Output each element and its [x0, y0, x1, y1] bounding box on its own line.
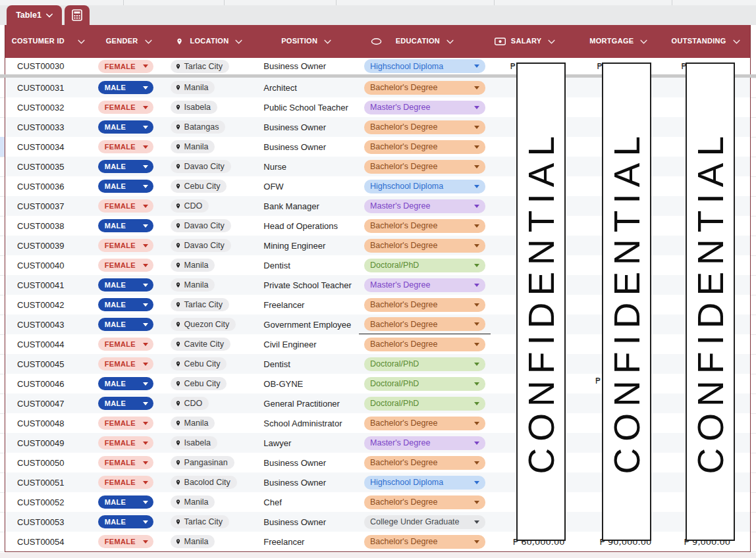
- education-dropdown[interactable]: Bachelor's Degree: [364, 81, 485, 95]
- gender-dropdown[interactable]: FEMALE: [98, 417, 153, 430]
- cell-position[interactable]: Nurse: [254, 157, 359, 176]
- education-dropdown[interactable]: Master's Degree: [364, 278, 485, 292]
- cell-customer-id[interactable]: CUST00042: [5, 295, 93, 315]
- confidential-overlay-outstanding[interactable]: CONFIDENTIAL: [686, 63, 735, 541]
- cell-customer-id[interactable]: CUST00041: [5, 275, 93, 295]
- location-tag[interactable]: Manila: [171, 81, 215, 94]
- location-tag[interactable]: Cavite City: [171, 338, 230, 351]
- cell-position[interactable]: Chef: [254, 492, 359, 512]
- education-dropdown[interactable]: Bachelor's Degree: [364, 495, 485, 509]
- cell-customer-id[interactable]: CUST00032: [5, 97, 93, 117]
- location-tag[interactable]: Davao City: [171, 219, 231, 232]
- cell-customer-id[interactable]: CUST00036: [5, 176, 93, 196]
- education-dropdown[interactable]: Bachelor's Degree: [364, 338, 485, 351]
- cell-position[interactable]: Lawyer: [254, 433, 359, 453]
- location-tag[interactable]: Tarlac City: [171, 298, 229, 311]
- cell-position[interactable]: Government Employee: [254, 315, 359, 334]
- confidential-overlay-salary[interactable]: CONFIDENTIAL: [516, 63, 566, 541]
- cell-customer-id[interactable]: CUST00053: [5, 512, 93, 532]
- gender-dropdown[interactable]: FEMALE: [98, 259, 153, 272]
- gender-dropdown[interactable]: FEMALE: [98, 239, 153, 252]
- column-header-outstanding[interactable]: OUTSTANDING: [661, 25, 750, 58]
- chevron-down-icon[interactable]: [78, 39, 85, 44]
- cell-customer-id[interactable]: CUST00049: [5, 433, 93, 453]
- education-dropdown[interactable]: Highschool Diploma: [364, 180, 485, 193]
- cell-position[interactable]: General Practitioner: [254, 393, 359, 413]
- education-dropdown[interactable]: Master's Degree: [364, 101, 485, 114]
- location-tag[interactable]: Davao City: [171, 239, 231, 252]
- education-dropdown[interactable]: Bachelor's Degree: [364, 417, 485, 430]
- education-dropdown[interactable]: Bachelor's Degree: [364, 535, 485, 549]
- cell-position[interactable]: Dentist: [254, 354, 359, 374]
- cell-customer-id[interactable]: CUST00038: [5, 216, 93, 236]
- cell-position[interactable]: Head of Operations: [254, 216, 359, 236]
- cell-customer-id[interactable]: CUST00037: [5, 196, 93, 216]
- cell-position[interactable]: Architect: [254, 78, 359, 97]
- cell-position[interactable]: Freelancer: [254, 532, 359, 551]
- location-tag[interactable]: Isabela: [171, 436, 217, 449]
- education-dropdown[interactable]: Doctoral/PhD: [364, 259, 485, 272]
- cell-customer-id[interactable]: CUST00051: [5, 472, 93, 492]
- cell-position[interactable]: Mining Engineer: [254, 236, 359, 255]
- location-tag[interactable]: Tarlac City: [171, 515, 229, 528]
- gender-dropdown[interactable]: FEMALE: [98, 338, 153, 351]
- chevron-down-icon[interactable]: [733, 39, 740, 44]
- location-tag[interactable]: Isabela: [171, 101, 217, 114]
- cell-customer-id[interactable]: CUST00043: [5, 315, 93, 334]
- cell-customer-id[interactable]: CUST00047: [5, 393, 93, 413]
- cell-customer-id[interactable]: CUST00052: [5, 492, 93, 512]
- cell-position[interactable]: Business Owner: [254, 117, 359, 137]
- location-tag[interactable]: Batangas: [171, 120, 226, 134]
- chevron-down-icon[interactable]: [324, 39, 331, 44]
- education-dropdown[interactable]: Bachelor's Degree: [364, 140, 485, 154]
- gender-dropdown[interactable]: MALE: [98, 298, 153, 311]
- column-header-gender[interactable]: GENDER: [93, 25, 165, 58]
- cell-customer-id[interactable]: CUST00040: [5, 255, 93, 275]
- education-dropdown[interactable]: Bachelor's Degree: [364, 219, 485, 233]
- cell-position[interactable]: Bank Manager: [254, 196, 359, 216]
- gender-dropdown[interactable]: MALE: [98, 377, 153, 390]
- location-tag[interactable]: Manila: [171, 417, 215, 430]
- column-header-id[interactable]: COSTUMER ID: [5, 25, 93, 58]
- column-header-mortgage[interactable]: MORTGAGE: [576, 25, 661, 58]
- cell-position[interactable]: OFW: [254, 176, 359, 196]
- cell-position[interactable]: Business Owner: [254, 512, 359, 532]
- confidential-overlay-mortgage[interactable]: CONFIDENTIAL: [602, 63, 651, 541]
- cell-customer-id[interactable]: CUST00044: [5, 334, 93, 354]
- education-dropdown[interactable]: Doctoral/PhD: [364, 377, 485, 391]
- cell-position[interactable]: Private School Teacher: [254, 275, 359, 295]
- gender-dropdown[interactable]: FEMALE: [98, 140, 153, 153]
- gender-dropdown[interactable]: MALE: [98, 219, 153, 232]
- cell-position[interactable]: Freelancer: [254, 295, 359, 315]
- column-header-position[interactable]: POSITION: [254, 25, 359, 58]
- cell-position[interactable]: Dentist: [254, 255, 359, 275]
- location-tag[interactable]: Manila: [171, 495, 215, 509]
- cell-position[interactable]: Business Owner: [254, 453, 359, 472]
- education-dropdown[interactable]: Bachelor's Degree: [364, 298, 485, 312]
- cell-customer-id[interactable]: CUST00039: [5, 236, 93, 255]
- column-header-location[interactable]: LOCATION: [165, 25, 254, 58]
- education-dropdown[interactable]: Bachelor's Degree: [364, 456, 485, 470]
- gender-dropdown[interactable]: FEMALE: [98, 199, 153, 213]
- cell-customer-id[interactable]: CUST00048: [5, 413, 93, 433]
- gender-dropdown[interactable]: MALE: [98, 180, 153, 193]
- location-tag[interactable]: CDO: [171, 397, 209, 410]
- education-dropdown[interactable]: Bachelor's Degree: [364, 317, 485, 331]
- tab-grid-view[interactable]: [65, 5, 90, 25]
- gender-dropdown[interactable]: MALE: [98, 120, 153, 134]
- cell-customer-id[interactable]: CUST00031: [5, 78, 93, 97]
- column-header-education[interactable]: EDUCATION: [359, 25, 491, 58]
- gender-dropdown[interactable]: MALE: [98, 81, 153, 94]
- gender-dropdown[interactable]: FEMALE: [98, 60, 153, 73]
- chevron-down-icon[interactable]: [446, 39, 454, 44]
- cell-customer-id[interactable]: CUST00045: [5, 354, 93, 374]
- cell-customer-id[interactable]: CUST00050: [5, 453, 93, 472]
- location-tag[interactable]: Bacolod City: [171, 476, 237, 489]
- cell-position[interactable]: OB-GYNE: [254, 374, 359, 393]
- education-dropdown[interactable]: Highschool Diploma: [364, 476, 485, 490]
- cell-customer-id[interactable]: CUST00054: [5, 532, 93, 551]
- cell-position[interactable]: Business Owner: [254, 472, 359, 492]
- gender-dropdown[interactable]: FEMALE: [98, 476, 153, 489]
- cell-customer-id[interactable]: CUST00034: [5, 137, 93, 157]
- location-tag[interactable]: Quezon City: [171, 318, 236, 331]
